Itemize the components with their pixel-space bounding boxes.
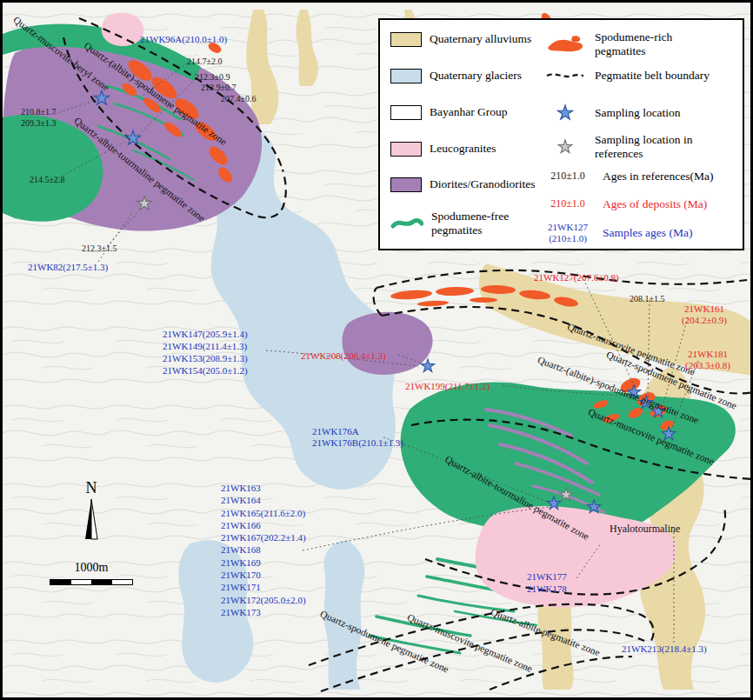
legend-item-quaternary-alluviums: Quaternary alluviums: [390, 32, 531, 47]
north-arrow-icon: [79, 497, 103, 541]
belt-boundary-icon: [545, 70, 585, 81]
scale-label: 1000m: [46, 561, 137, 575]
reference-age-label: 210.8±1.7: [21, 107, 57, 117]
legend-label: Ages of deposits (Ma): [603, 197, 707, 211]
sample-age-label-21wk164: 21WK164: [221, 494, 306, 506]
legend-label: Pegmatite belt boundary: [595, 69, 730, 83]
legend-label: Sampling location in references: [595, 133, 712, 161]
legend-label: Bayanhar Group: [430, 105, 508, 119]
sample-age-label-21wk147: 21WK147(205.9±1.4): [163, 329, 248, 340]
sample-age-label-21wk170: 21WK170: [221, 569, 306, 581]
deposit-age-label-21wk181: 21WK181 (203.3±0.8): [660, 349, 753, 371]
legend-label: Sampling location: [595, 106, 681, 120]
sample-age-label-21wk154: 21WK154(205.0±1.2): [163, 365, 248, 377]
legend-item-diorites-granodiorites: Diorites/Granodiorites: [390, 177, 535, 192]
sample-age-label-21wk167: 21WK167(202.2±1.4): [221, 531, 306, 543]
sample-age-line: 21WK176B(210.1±1.3): [312, 437, 403, 449]
sample-age-label-21wk172: 21WK172(205.0±2.0): [221, 594, 306, 606]
sample-age-label-21wk96a: 21WK96A(210.0±1.0): [140, 34, 227, 45]
sample-age-label-21wk166: 21WK166: [221, 519, 306, 531]
samples-ages-symbol-line1: 21WK127: [541, 222, 595, 233]
ages-in-references-symbol: 210±1.0: [541, 170, 595, 183]
sample-age-label-21wk177: 21WK177: [527, 571, 567, 583]
deposit-age-line: (204.2±0.9): [656, 315, 752, 326]
legend: Quaternary alluviums Quaternary glaciers…: [378, 18, 744, 250]
spodumene-rich-icon: [546, 34, 584, 55]
legend-label: Quaternary alluviums: [430, 32, 531, 46]
sample-age-line: 21WK176A: [312, 426, 403, 437]
legend-label: Spodumene-free pegmatites: [431, 210, 529, 237]
sample-age-label-21wk178: 21WK178: [527, 583, 567, 595]
legend-label: Samples ages (Ma): [603, 226, 692, 240]
sampling-location-references-icon: [556, 138, 574, 156]
legend-item-sampling-location-references: Sampling location in references: [543, 133, 712, 161]
diorite-swatch: [390, 177, 422, 192]
legend-item-ages-in-references: 210±1.0 Ages in references(Ma): [541, 170, 713, 183]
sample-age-label-21wk169: 21WK169: [221, 557, 306, 569]
deposit-age-label-21wk208: 21WK208(206.4±1.3): [301, 350, 386, 362]
legend-label: Diorites/Granodiorites: [430, 177, 535, 191]
reference-age-label: 214.5±2.8: [30, 175, 65, 185]
legend-item-samples-ages: 21WK127 (210±1.0) Samples ages (Ma): [541, 222, 692, 243]
legend-label: Spodumene-rich pegmatites: [595, 30, 725, 58]
deposit-age-line: 21WK161: [656, 303, 752, 315]
legend-label: Ages in references(Ma): [603, 170, 713, 183]
reference-age-label: 214.7±2.0: [187, 57, 223, 67]
deposit-age-line: 21WK181: [660, 349, 753, 360]
sample-list: 21WK163 21WK164 21WK165(211.6±2.0) 21WK1…: [221, 482, 306, 618]
legend-item-bayanhar-group: Bayanhar Group: [390, 105, 508, 120]
legend-item-ages-of-deposits: 210±1.0 Ages of deposits (Ma): [541, 197, 707, 211]
deposit-age-line: (203.3±0.8): [660, 360, 753, 371]
reference-age-label: 212.3±0.9: [195, 72, 230, 83]
reference-age-label: 209.3±1.3: [21, 118, 57, 129]
glacier-swatch: [390, 69, 422, 83]
sample-age-label-21wk165: 21WK165(211.6±2.0): [221, 507, 306, 519]
sampling-location-icon: [556, 103, 575, 123]
sample-age-label-21wk213: 21WK213(218.4±1.3): [622, 643, 707, 655]
legend-item-spodumene-free-pegmatites: Spodumene-free pegmatites: [390, 210, 529, 237]
sample-age-label-21wk153: 21WK153(208.9±1.3): [163, 353, 248, 364]
leucogranite-swatch: [390, 142, 422, 157]
sample-age-label-21wk171: 21WK171: [221, 581, 306, 593]
deposit-age-label-21wk199: 21WK199(211.7±1.2): [405, 381, 490, 392]
reference-age-label: 213.9±0.7: [201, 83, 237, 93]
sample-age-label-21wk176: 21WK176A 21WK176B(210.1±1.3): [312, 426, 403, 449]
sample-age-label-21wk82: 21WK82(217.5±1.3): [28, 262, 108, 273]
samples-ages-symbol: 21WK127 (210±1.0): [541, 222, 595, 243]
legend-item-spodumene-rich-pegmatites: Spodumene-rich pegmatites: [543, 30, 725, 58]
scale-bar: 1000m: [46, 561, 137, 585]
geological-map-figure: 21WK96A(210.0±1.0) 214.7±2.0 212.3±0.9 2…: [0, 0, 753, 700]
deposit-age-label-21wk127: 21WK127(207.6±0.8): [534, 272, 619, 283]
legend-item-quaternary-glaciers: Quaternary glaciers: [390, 69, 522, 83]
samples-ages-symbol-line2: (210±1.0): [541, 233, 595, 244]
north-label: N: [77, 479, 105, 497]
bayanhar-swatch: [390, 105, 422, 120]
sample-age-label-21wk168: 21WK168: [221, 543, 306, 556]
zone-label-hyalotourmaline: Hyalotourmaline: [610, 523, 680, 536]
reference-age-label: 212.3±1.5: [82, 243, 117, 254]
deposit-age-label-21wk161: 21WK161 (204.2±0.9): [656, 303, 752, 326]
sample-age-label-21wk163: 21WK163: [221, 482, 306, 494]
spodumene-free-icon: [390, 213, 423, 234]
legend-label: Quaternary glaciers: [430, 69, 522, 83]
north-arrow: N: [77, 479, 105, 544]
legend-item-leucogranites: Leucogranites: [390, 142, 496, 157]
ages-of-deposits-symbol: 210±1.0: [541, 198, 595, 210]
reference-age-label: 207.4±0.6: [221, 94, 257, 104]
sample-age-label-21wk173: 21WK173: [221, 606, 306, 618]
legend-label: Leucogranites: [430, 142, 496, 156]
sample-age-label-21wk149: 21WK149(211.4±1.3): [163, 341, 247, 352]
scale-bar-graphic: [50, 579, 133, 585]
legend-item-pegmatite-belt-boundary: Pegmatite belt boundary: [543, 69, 730, 83]
alluvium-swatch: [390, 32, 422, 47]
legend-item-sampling-location: Sampling location: [543, 103, 681, 123]
